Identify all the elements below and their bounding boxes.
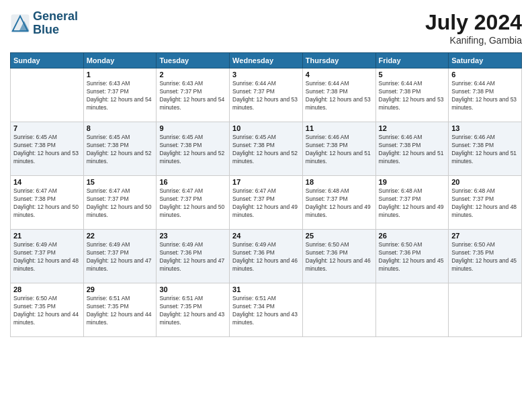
title-section: July 2024 Kanifing, Gambia (425, 10, 522, 46)
week-row-2: 7Sunrise: 6:45 AM Sunset: 7:38 PM Daylig… (11, 122, 522, 176)
calendar-cell: 1Sunrise: 6:43 AM Sunset: 7:37 PM Daylig… (83, 68, 157, 122)
calendar-cell: 3Sunrise: 6:44 AM Sunset: 7:37 PM Daylig… (230, 68, 303, 122)
day-number: 6 (451, 71, 519, 79)
calendar-cell: 13Sunrise: 6:46 AM Sunset: 7:38 PM Dayli… (449, 122, 522, 176)
week-row-4: 21Sunrise: 6:49 AM Sunset: 7:37 PM Dayli… (11, 230, 522, 283)
day-number: 5 (379, 71, 446, 79)
calendar-table: SundayMondayTuesdayWednesdayThursdayFrid… (10, 52, 522, 337)
day-info: Sunrise: 6:44 AM Sunset: 7:38 PM Dayligh… (306, 80, 373, 112)
day-number: 19 (379, 178, 446, 186)
day-info: Sunrise: 6:45 AM Sunset: 7:38 PM Dayligh… (13, 134, 81, 166)
calendar-cell: 21Sunrise: 6:49 AM Sunset: 7:37 PM Dayli… (11, 230, 84, 283)
calendar-cell (11, 68, 84, 122)
day-number: 11 (306, 124, 373, 132)
calendar-cell: 29Sunrise: 6:51 AM Sunset: 7:35 PM Dayli… (83, 283, 157, 337)
day-info: Sunrise: 6:51 AM Sunset: 7:35 PM Dayligh… (87, 295, 154, 327)
calendar-cell: 22Sunrise: 6:49 AM Sunset: 7:37 PM Dayli… (83, 230, 157, 283)
day-header-friday: Friday (375, 53, 449, 68)
page: General Blue July 2024 Kanifing, Gambia … (0, 0, 532, 411)
day-info: Sunrise: 6:44 AM Sunset: 7:38 PM Dayligh… (379, 80, 446, 112)
day-number: 15 (87, 178, 154, 186)
calendar-cell: 27Sunrise: 6:50 AM Sunset: 7:35 PM Dayli… (449, 230, 522, 283)
day-info: Sunrise: 6:47 AM Sunset: 7:37 PM Dayligh… (87, 187, 154, 220)
day-number: 27 (451, 232, 519, 240)
logo-line1: General (33, 10, 78, 24)
week-row-1: 1Sunrise: 6:43 AM Sunset: 7:37 PM Daylig… (11, 68, 522, 122)
calendar-cell: 31Sunrise: 6:51 AM Sunset: 7:34 PM Dayli… (230, 283, 303, 337)
day-info: Sunrise: 6:49 AM Sunset: 7:36 PM Dayligh… (232, 241, 300, 273)
calendar-cell: 6Sunrise: 6:44 AM Sunset: 7:38 PM Daylig… (449, 68, 522, 122)
day-number: 31 (232, 285, 300, 293)
day-number: 14 (13, 178, 81, 186)
calendar-cell: 25Sunrise: 6:50 AM Sunset: 7:36 PM Dayli… (302, 230, 375, 283)
logo-line2: Blue (33, 24, 78, 37)
calendar-cell: 20Sunrise: 6:48 AM Sunset: 7:37 PM Dayli… (449, 176, 522, 230)
location: Kanifing, Gambia (425, 35, 522, 46)
header-row: SundayMondayTuesdayWednesdayThursdayFrid… (11, 53, 522, 68)
day-info: Sunrise: 6:45 AM Sunset: 7:38 PM Dayligh… (159, 134, 226, 166)
day-info: Sunrise: 6:44 AM Sunset: 7:37 PM Dayligh… (232, 80, 300, 112)
day-info: Sunrise: 6:50 AM Sunset: 7:36 PM Dayligh… (306, 241, 373, 273)
day-info: Sunrise: 6:47 AM Sunset: 7:37 PM Dayligh… (232, 187, 300, 220)
calendar-cell: 16Sunrise: 6:47 AM Sunset: 7:37 PM Dayli… (157, 176, 230, 230)
day-info: Sunrise: 6:51 AM Sunset: 7:35 PM Dayligh… (159, 295, 226, 327)
calendar-cell: 28Sunrise: 6:50 AM Sunset: 7:35 PM Dayli… (11, 283, 84, 337)
day-number: 8 (87, 124, 154, 132)
day-info: Sunrise: 6:46 AM Sunset: 7:38 PM Dayligh… (306, 134, 373, 166)
day-info: Sunrise: 6:45 AM Sunset: 7:38 PM Dayligh… (87, 134, 154, 166)
calendar-cell: 15Sunrise: 6:47 AM Sunset: 7:37 PM Dayli… (83, 176, 157, 230)
calendar-cell: 5Sunrise: 6:44 AM Sunset: 7:38 PM Daylig… (375, 68, 449, 122)
calendar-cell: 2Sunrise: 6:43 AM Sunset: 7:37 PM Daylig… (157, 68, 230, 122)
logo-icon (10, 13, 30, 34)
day-info: Sunrise: 6:48 AM Sunset: 7:37 PM Dayligh… (379, 187, 446, 220)
day-number: 21 (13, 232, 81, 240)
day-info: Sunrise: 6:50 AM Sunset: 7:36 PM Dayligh… (379, 241, 446, 273)
day-number: 16 (159, 178, 226, 186)
day-number: 24 (232, 232, 300, 240)
day-info: Sunrise: 6:49 AM Sunset: 7:36 PM Dayligh… (159, 241, 226, 273)
calendar-cell: 11Sunrise: 6:46 AM Sunset: 7:38 PM Dayli… (302, 122, 375, 176)
day-number: 7 (13, 124, 81, 132)
day-info: Sunrise: 6:47 AM Sunset: 7:37 PM Dayligh… (159, 187, 226, 220)
day-number: 13 (451, 124, 519, 132)
day-header-saturday: Saturday (449, 53, 522, 68)
day-number: 9 (159, 124, 226, 132)
day-number: 20 (451, 178, 519, 186)
day-header-sunday: Sunday (11, 53, 84, 68)
day-header-tuesday: Tuesday (157, 53, 230, 68)
day-info: Sunrise: 6:49 AM Sunset: 7:37 PM Dayligh… (87, 241, 154, 273)
day-number: 3 (232, 71, 300, 79)
calendar-cell: 7Sunrise: 6:45 AM Sunset: 7:38 PM Daylig… (11, 122, 84, 176)
day-info: Sunrise: 6:43 AM Sunset: 7:37 PM Dayligh… (159, 80, 226, 112)
day-info: Sunrise: 6:45 AM Sunset: 7:38 PM Dayligh… (232, 134, 300, 166)
day-number: 28 (13, 285, 81, 293)
day-info: Sunrise: 6:44 AM Sunset: 7:38 PM Dayligh… (451, 80, 519, 112)
day-number: 1 (87, 71, 154, 79)
day-number: 29 (87, 285, 154, 293)
calendar-cell: 12Sunrise: 6:46 AM Sunset: 7:38 PM Dayli… (375, 122, 449, 176)
calendar-cell: 8Sunrise: 6:45 AM Sunset: 7:38 PM Daylig… (83, 122, 157, 176)
calendar-cell: 14Sunrise: 6:47 AM Sunset: 7:38 PM Dayli… (11, 176, 84, 230)
day-info: Sunrise: 6:46 AM Sunset: 7:38 PM Dayligh… (379, 134, 446, 166)
calendar-cell: 24Sunrise: 6:49 AM Sunset: 7:36 PM Dayli… (230, 230, 303, 283)
month-year: July 2024 (425, 10, 522, 35)
header: General Blue July 2024 Kanifing, Gambia (10, 10, 522, 46)
calendar-cell: 18Sunrise: 6:48 AM Sunset: 7:37 PM Dayli… (302, 176, 375, 230)
day-info: Sunrise: 6:47 AM Sunset: 7:38 PM Dayligh… (13, 187, 81, 220)
day-number: 4 (306, 71, 373, 79)
day-info: Sunrise: 6:48 AM Sunset: 7:37 PM Dayligh… (306, 187, 373, 220)
calendar-cell (302, 283, 375, 337)
week-row-5: 28Sunrise: 6:50 AM Sunset: 7:35 PM Dayli… (11, 283, 522, 337)
day-header-thursday: Thursday (302, 53, 375, 68)
day-info: Sunrise: 6:46 AM Sunset: 7:38 PM Dayligh… (451, 134, 519, 166)
day-number: 17 (232, 178, 300, 186)
day-info: Sunrise: 6:51 AM Sunset: 7:34 PM Dayligh… (232, 295, 300, 327)
calendar-cell: 4Sunrise: 6:44 AM Sunset: 7:38 PM Daylig… (302, 68, 375, 122)
day-info: Sunrise: 6:50 AM Sunset: 7:35 PM Dayligh… (13, 295, 81, 327)
day-header-wednesday: Wednesday (230, 53, 303, 68)
calendar-cell: 23Sunrise: 6:49 AM Sunset: 7:36 PM Dayli… (157, 230, 230, 283)
day-number: 2 (159, 71, 226, 79)
calendar-cell (449, 283, 522, 337)
calendar-cell: 26Sunrise: 6:50 AM Sunset: 7:36 PM Dayli… (375, 230, 449, 283)
calendar-cell: 30Sunrise: 6:51 AM Sunset: 7:35 PM Dayli… (157, 283, 230, 337)
